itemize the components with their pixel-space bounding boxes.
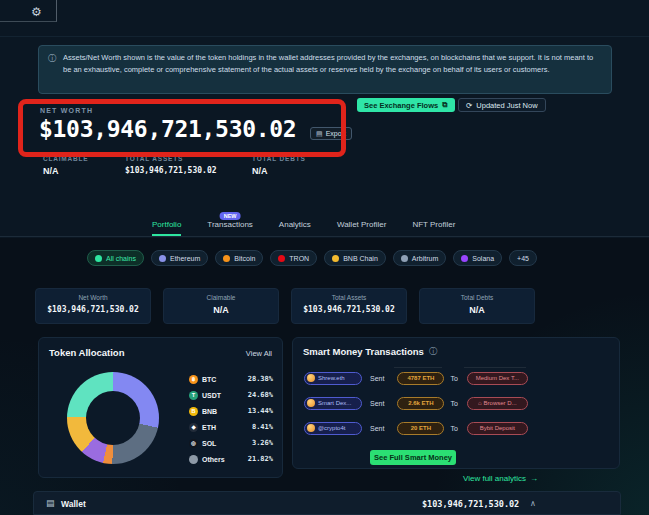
new-badge: NEW: [220, 212, 241, 220]
chain-chip[interactable]: Bitcoin: [215, 250, 263, 266]
avatar: [307, 424, 315, 432]
avatar: [307, 399, 315, 407]
to-address-pill[interactable]: Bybit Deposit: [467, 422, 528, 435]
info-icon: ⓘ: [48, 53, 56, 65]
chevron-up-icon[interactable]: ∧: [530, 499, 536, 508]
amount-pill[interactable]: 20 ETH: [397, 422, 444, 435]
tab[interactable]: Portfolio: [152, 220, 181, 236]
top-bar: ⚙: [0, 0, 649, 37]
token-percent: 3.26%: [252, 439, 273, 447]
stat-value: N/A: [43, 166, 88, 176]
from-address-pill[interactable]: Shrew.eth: [304, 372, 362, 385]
header-stat: TOTAL DEBTS N/A: [252, 155, 306, 176]
legend-item: Others 21.82%: [189, 454, 273, 465]
wallet-label: Wallet: [61, 499, 86, 509]
refresh-icon: ⟳: [466, 101, 472, 110]
chain-icon: [461, 255, 468, 262]
from-address-pill[interactable]: Smart Dex...: [304, 397, 362, 410]
to-address-pill[interactable]: ⌂ Browser D...: [467, 397, 528, 410]
house-icon: ⌂: [478, 400, 482, 406]
legend-item: B BNB 13.44%: [189, 406, 273, 417]
card-value: N/A: [420, 305, 534, 315]
tab[interactable]: Transactions NEW: [207, 220, 253, 236]
summary-card: Net Worth $103,946,721,530.02: [35, 288, 151, 324]
transaction-row: Smart Dex... Sent 2.6k ETH To ⌂ Browser …: [304, 396, 609, 410]
chain-chip[interactable]: Ethereum: [151, 250, 208, 266]
sent-label: Sent: [370, 425, 384, 432]
summary-cards-row: Net Worth $103,946,721,530.02 Claimable …: [35, 288, 535, 324]
summary-card: Total Assets $103,946,721,530.02: [291, 288, 407, 324]
chain-chip[interactable]: BNB Chain: [324, 250, 386, 266]
chain-icon: [278, 255, 285, 262]
token-percent: 13.44%: [248, 407, 273, 415]
amount-pill[interactable]: 2.6k ETH: [397, 397, 444, 410]
header-stat: TOTAL ASSETS $103,946,721,530.02: [125, 155, 217, 175]
gear-icon[interactable]: ⚙: [31, 5, 42, 19]
tab[interactable]: Wallet Profiler: [337, 220, 387, 236]
disclaimer-text: Assets/Net Worth shown is the value of t…: [63, 53, 593, 74]
card-value: $103,946,721,530.02: [292, 305, 406, 314]
smart-money-rows: Shrew.eth Sent 4787 ETH To Medium Dex T.…: [304, 371, 609, 446]
token-icon: B: [189, 407, 198, 416]
net-worth-label: NET WORTH: [40, 107, 93, 114]
card-label: Total Assets: [292, 294, 406, 301]
stat-label: TOTAL ASSETS: [125, 155, 217, 162]
stat-value: N/A: [252, 166, 306, 176]
token-percent: 21.82%: [248, 455, 273, 463]
token-percent: 24.68%: [248, 391, 273, 399]
chain-icon: [401, 255, 408, 262]
wallet-icon: ▤: [46, 498, 55, 508]
see-full-smart-money-button[interactable]: See Full Smart Money: [370, 450, 456, 465]
net-worth-value: $103,946,721,530.02: [39, 116, 296, 142]
tab[interactable]: NFT Profiler: [412, 220, 455, 236]
view-full-analytics-link[interactable]: View full analytics →: [463, 474, 538, 483]
token-symbol: Others: [202, 456, 225, 463]
token-symbol: ETH: [202, 424, 216, 431]
token-allocation-title: Token Allocation: [49, 347, 124, 358]
updated-just-now-button[interactable]: ⟳ Updated Just Now: [458, 98, 546, 112]
external-link-icon: ⧉: [442, 100, 447, 110]
transaction-row: @crypto4t Sent 20 ETH To Bybit Deposit: [304, 421, 609, 435]
avatar: [307, 374, 315, 382]
tab[interactable]: Analytics: [279, 220, 311, 236]
export-icon: ▤: [316, 130, 323, 138]
chain-icon: [159, 255, 166, 262]
token-icon: ◆: [189, 423, 198, 432]
token-allocation-legend: ฿ BTC 28.38% T USDT 24.68% B BNB 13.44% …: [189, 374, 273, 470]
chain-chip[interactable]: +45: [509, 250, 537, 266]
column-separator: [464, 367, 526, 368]
view-all-link[interactable]: View All: [246, 349, 272, 358]
chain-chip[interactable]: TRON: [270, 250, 317, 266]
stat-label: TOTAL DEBTS: [252, 155, 306, 162]
stat-value: $103,946,721,530.02: [125, 166, 217, 175]
transaction-row: Shrew.eth Sent 4787 ETH To Medium Dex T.…: [304, 371, 609, 385]
card-label: Total Debts: [420, 294, 534, 301]
column-separator: [394, 367, 442, 368]
token-icon: T: [189, 391, 198, 400]
legend-item: ฿ BTC 28.38%: [189, 374, 273, 385]
to-address-pill[interactable]: Medium Dex T...: [467, 372, 528, 385]
see-exchange-flows-button[interactable]: See Exchange Flows ⧉: [357, 98, 455, 112]
info-icon[interactable]: ⓘ: [429, 346, 437, 357]
token-symbol: SOL: [202, 440, 216, 447]
token-allocation-donut-chart: [67, 372, 159, 464]
token-percent: 8.41%: [252, 423, 273, 431]
legend-item: ◆ ETH 8.41%: [189, 422, 273, 433]
header-stat: CLAIMABLE N/A: [43, 155, 88, 176]
chain-filter-row: All chains Ethereum Bitcoin TRON BNB Cha…: [87, 250, 537, 266]
token-icon: [189, 455, 198, 464]
card-label: Net Worth: [36, 294, 150, 301]
amount-pill[interactable]: 4787 ETH: [397, 372, 444, 385]
legend-item: T USDT 24.68%: [189, 390, 273, 401]
chain-chip[interactable]: Solana: [453, 250, 502, 266]
export-button[interactable]: ▤ Export: [310, 127, 352, 140]
tab-bar: Portfolio Transactions NEW Analytics Wal…: [0, 213, 649, 237]
token-icon: ฿: [189, 375, 198, 384]
wallet-bar[interactable]: ▤ Wallet $103,946,721,530.02 ∧: [33, 491, 621, 515]
to-label: To: [450, 375, 457, 382]
smart-money-title: Smart Money Transactions: [303, 346, 424, 357]
from-address-pill[interactable]: @crypto4t: [304, 422, 362, 435]
chain-chip[interactable]: All chains: [87, 250, 144, 266]
chain-chip[interactable]: Arbitrum: [393, 250, 446, 266]
donut-hole: [86, 391, 140, 445]
